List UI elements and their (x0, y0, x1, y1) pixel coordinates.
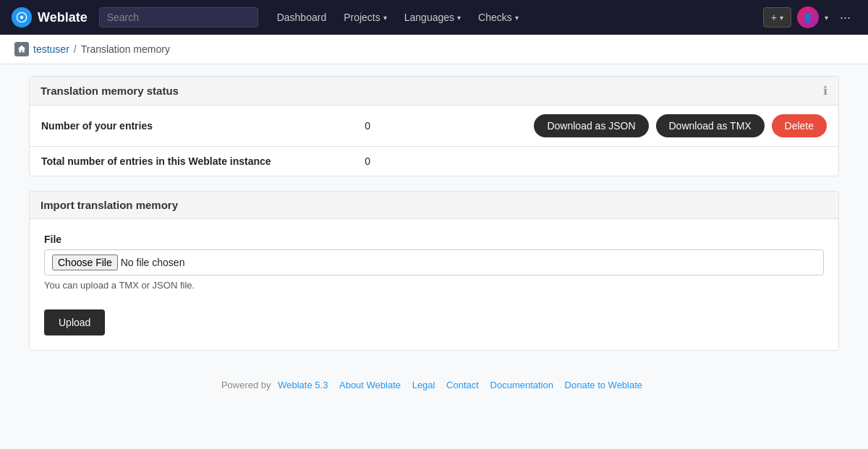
breadcrumb-user-link[interactable]: testuser (33, 43, 69, 55)
main-content: Translation memory status ℹ Number of yo… (14, 76, 854, 351)
breadcrumb-current: Translation memory (81, 43, 170, 55)
donate-link[interactable]: Donate to Weblate (565, 380, 642, 390)
breadcrumb: testuser / Translation memory (0, 35, 868, 64)
nav-projects-label: Projects (344, 12, 380, 23)
add-button[interactable]: + ▾ (763, 7, 791, 27)
file-form-group: File You can upload a TMX or JSON file. (44, 234, 824, 291)
more-icon: ··· (840, 10, 851, 25)
file-input[interactable] (52, 255, 244, 270)
status-panel-body: Number of your entries 0 Download as JSO… (30, 106, 838, 176)
import-panel: Import translation memory File You can u… (29, 191, 839, 351)
import-panel-body: File You can upload a TMX or JSON file. … (30, 219, 838, 350)
nav-languages-label: Languages (404, 12, 454, 23)
status-panel-heading: Translation memory status ℹ (30, 77, 838, 106)
download-tmx-button[interactable]: Download as TMX (656, 114, 765, 137)
entries-value: 0 (353, 106, 389, 147)
add-icon: + (771, 12, 777, 23)
table-row: Total number of entries in this Weblate … (30, 147, 838, 176)
documentation-link[interactable]: Documentation (490, 380, 553, 390)
navbar-right: + ▾ 👤 ▾ ··· (763, 7, 856, 28)
checks-caret: ▾ (515, 14, 519, 22)
search-input[interactable] (99, 7, 258, 27)
contact-link[interactable]: Contact (446, 380, 479, 390)
breadcrumb-home-icon (14, 42, 29, 56)
status-panel-title: Translation memory status (41, 85, 179, 97)
projects-caret: ▾ (383, 14, 387, 22)
avatar-icon: 👤 (802, 12, 813, 22)
status-panel: Translation memory status ℹ Number of yo… (29, 76, 839, 176)
nav-dashboard-label: Dashboard (277, 12, 327, 23)
breadcrumb-separator: / (74, 43, 77, 55)
entries-actions: Download as JSON Download as TMX Delete (389, 106, 838, 147)
user-avatar[interactable]: 👤 (797, 7, 819, 28)
weblate-version-link[interactable]: Weblate 5.3 (278, 380, 328, 390)
nav-languages[interactable]: Languages ▾ (397, 7, 468, 27)
nav-dashboard[interactable]: Dashboard (270, 7, 334, 27)
brand-icon (12, 7, 32, 27)
file-input-wrapper (44, 249, 824, 275)
avatar-caret[interactable]: ▾ (825, 14, 828, 22)
total-entries-actions (389, 147, 838, 176)
upload-button[interactable]: Upload (44, 309, 105, 335)
more-button[interactable]: ··· (834, 7, 856, 28)
footer: Powered by Weblate 5.3 About Weblate Leg… (0, 365, 868, 405)
info-icon[interactable]: ℹ (823, 84, 827, 98)
add-caret: ▾ (780, 14, 783, 22)
total-entries-value: 0 (353, 147, 389, 176)
languages-caret: ▾ (457, 14, 461, 22)
status-table: Number of your entries 0 Download as JSO… (30, 106, 838, 176)
import-panel-title: Import translation memory (41, 199, 178, 211)
nav-checks[interactable]: Checks ▾ (471, 7, 526, 27)
powered-by-text: Powered by (221, 380, 271, 390)
brand-link[interactable]: Weblate (12, 7, 88, 27)
navbar: Weblate Dashboard Projects ▾ Languages ▾… (0, 0, 868, 35)
nav-projects[interactable]: Projects ▾ (336, 7, 394, 27)
main-nav: Dashboard Projects ▾ Languages ▾ Checks … (270, 7, 526, 27)
total-entries-label: Total number of entries in this Weblate … (30, 147, 353, 176)
brand-name: Weblate (38, 10, 88, 25)
table-row: Number of your entries 0 Download as JSO… (30, 106, 838, 147)
search-box (99, 7, 258, 27)
download-json-button[interactable]: Download as JSON (534, 114, 648, 137)
delete-button[interactable]: Delete (772, 114, 827, 137)
import-panel-heading: Import translation memory (30, 192, 838, 219)
nav-checks-label: Checks (478, 12, 512, 23)
entries-label: Number of your entries (30, 106, 353, 147)
file-help-text: You can upload a TMX or JSON file. (44, 280, 824, 291)
file-label: File (44, 234, 824, 245)
about-link[interactable]: About Weblate (339, 380, 401, 390)
legal-link[interactable]: Legal (412, 380, 435, 390)
